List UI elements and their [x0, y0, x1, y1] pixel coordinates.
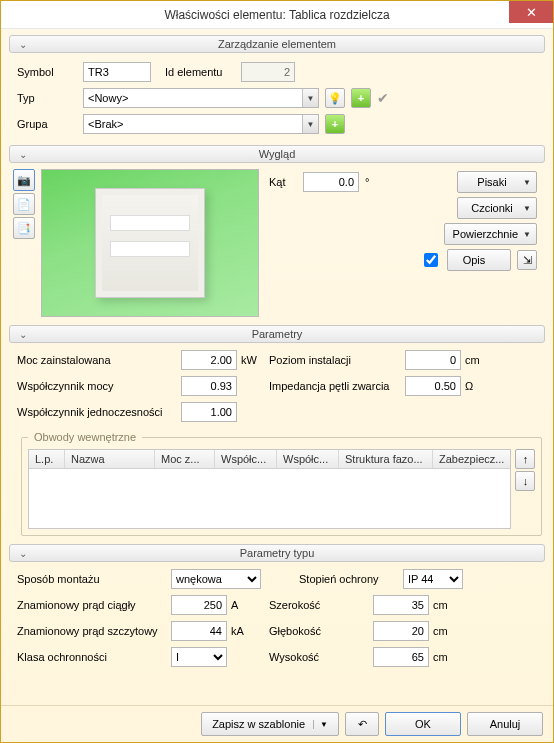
poziom-input[interactable]: [405, 350, 461, 370]
typ-add-button[interactable]: +: [351, 88, 371, 108]
close-button[interactable]: ✕: [509, 1, 553, 23]
ok-button[interactable]: OK: [385, 712, 461, 736]
gleb-input[interactable]: [373, 621, 429, 641]
pisaki-button[interactable]: Pisaki▼: [457, 171, 537, 193]
col-struktura[interactable]: Struktura fazo...: [339, 450, 433, 468]
moc-label: Moc zainstalowana: [17, 354, 177, 366]
camera-button[interactable]: 📷: [13, 169, 35, 191]
wys-input[interactable]: [373, 647, 429, 667]
col-wsp2[interactable]: Współc...: [277, 450, 339, 468]
kat-label: Kąt: [269, 176, 297, 188]
sposob-select[interactable]: wnękowa: [171, 569, 261, 589]
poziom-unit: cm: [465, 354, 480, 366]
moc-input[interactable]: [181, 350, 237, 370]
typ-bulb-button[interactable]: 💡: [325, 88, 345, 108]
chevron-down-icon: ▼: [302, 89, 318, 107]
grupa-combo[interactable]: <Brak> ▼: [83, 114, 319, 134]
save-template-button[interactable]: Zapisz w szablonie ▼: [201, 712, 339, 736]
move-down-button[interactable]: ↓: [515, 471, 535, 491]
col-nazwa[interactable]: Nazwa: [65, 450, 155, 468]
kat-unit: °: [365, 176, 369, 188]
sposob-label: Sposób montażu: [17, 573, 167, 585]
wspmocy-input[interactable]: [181, 376, 237, 396]
footer: Zapisz w szablonie ▼ ↶ OK Anuluj: [1, 705, 553, 742]
poziom-label: Poziom instalacji: [269, 354, 401, 366]
typ-value: <Nowy>: [88, 92, 128, 104]
obwody-legend: Obwody wewnętrzne: [28, 431, 142, 443]
opis-extra-button[interactable]: ⇲: [517, 250, 537, 270]
czcionki-button[interactable]: Czcionki▼: [457, 197, 537, 219]
chevron-down-icon: ▼: [523, 178, 531, 187]
panel-graphic: [95, 188, 205, 298]
management-body: Symbol Id elementu Typ <Nowy> ▼ 💡 + ✔ Gr…: [9, 55, 545, 141]
imp-label: Impedancja pętli zwarcia: [269, 380, 401, 392]
table-body: [29, 469, 510, 528]
cancel-button[interactable]: Anuluj: [467, 712, 543, 736]
circuits-table[interactable]: L.p. Nazwa Moc z... Współc... Współc... …: [28, 449, 511, 529]
imp-input[interactable]: [405, 376, 461, 396]
opis-button[interactable]: Opis: [447, 249, 511, 271]
gleb-unit: cm: [433, 625, 448, 637]
content: ⌄ Zarządzanie elementem Symbol Id elemen…: [1, 29, 553, 705]
prads-label: Znamionowy prąd szczytowy: [17, 625, 167, 637]
gleb-label: Głębokość: [269, 625, 369, 637]
copy-button[interactable]: 📑: [13, 217, 35, 239]
wys-label: Wysokość: [269, 651, 369, 663]
szer-input[interactable]: [373, 595, 429, 615]
powierzchnie-button[interactable]: Powierzchnie▼: [444, 223, 537, 245]
obwody-fieldset: Obwody wewnętrzne L.p. Nazwa Moc z... Ws…: [21, 431, 542, 536]
titlebar: Właściwości elementu: Tablica rozdzielcz…: [1, 1, 553, 29]
appearance-body: 📷 📄 📑 Kąt ° Pisaki▼ Czcionki▼: [9, 165, 545, 321]
section-title: Wygląd: [10, 148, 544, 160]
stopien-label: Stopień ochrony: [299, 573, 399, 585]
section-title: Parametry: [10, 328, 544, 340]
imp-unit: Ω: [465, 380, 473, 392]
move-up-button[interactable]: ↑: [515, 449, 535, 469]
section-header-params[interactable]: ⌄ Parametry: [9, 325, 545, 343]
grupa-add-button[interactable]: +: [325, 114, 345, 134]
wspmocy-label: Współczynnik mocy: [17, 380, 177, 392]
klasa-select[interactable]: I: [171, 647, 227, 667]
typ-label: Typ: [17, 92, 77, 104]
pradc-input[interactable]: [171, 595, 227, 615]
type-body: Sposób montażu wnękowa Stopień ochrony I…: [9, 564, 545, 672]
col-lp[interactable]: L.p.: [29, 450, 65, 468]
wspjedn-label: Współczynnik jednoczesności: [17, 406, 177, 418]
chevron-down-icon: ▼: [523, 204, 531, 213]
file-button[interactable]: 📄: [13, 193, 35, 215]
symbol-input[interactable]: [83, 62, 151, 82]
opis-checkbox[interactable]: [424, 253, 438, 267]
preview-image: [41, 169, 259, 317]
col-wsp1[interactable]: Współc...: [215, 450, 277, 468]
col-moc[interactable]: Moc z...: [155, 450, 215, 468]
szer-label: Szerokość: [269, 599, 369, 611]
grupa-value: <Brak>: [88, 118, 123, 130]
klasa-label: Klasa ochronności: [17, 651, 167, 663]
section-title: Zarządzanie elementem: [10, 38, 544, 50]
pradc-unit: A: [231, 599, 255, 611]
kat-input[interactable]: [303, 172, 359, 192]
section-title: Parametry typu: [10, 547, 544, 559]
wspjedn-input[interactable]: [181, 402, 237, 422]
col-zabezp[interactable]: Zabezpiecz...: [433, 450, 510, 468]
stopien-select[interactable]: IP 44: [403, 569, 463, 589]
id-input: [241, 62, 295, 82]
chevron-down-icon: ▼: [313, 720, 328, 729]
section-header-type[interactable]: ⌄ Parametry typu: [9, 544, 545, 562]
section-header-management[interactable]: ⌄ Zarządzanie elementem: [9, 35, 545, 53]
prads-input[interactable]: [171, 621, 227, 641]
grupa-label: Grupa: [17, 118, 77, 130]
id-label: Id elementu: [165, 66, 235, 78]
section-header-appearance[interactable]: ⌄ Wygląd: [9, 145, 545, 163]
params-body: Moc zainstalowana kW Poziom instalacji c…: [9, 345, 545, 540]
moc-unit: kW: [241, 354, 265, 366]
symbol-label: Symbol: [17, 66, 77, 78]
prads-unit: kA: [231, 625, 255, 637]
window-title: Właściwości elementu: Tablica rozdzielcz…: [164, 8, 389, 22]
chevron-down-icon: ▼: [523, 230, 531, 239]
typ-combo[interactable]: <Nowy> ▼: [83, 88, 319, 108]
chevron-down-icon: ▼: [302, 115, 318, 133]
undo-button[interactable]: ↶: [345, 712, 379, 736]
szer-unit: cm: [433, 599, 448, 611]
wys-unit: cm: [433, 651, 448, 663]
